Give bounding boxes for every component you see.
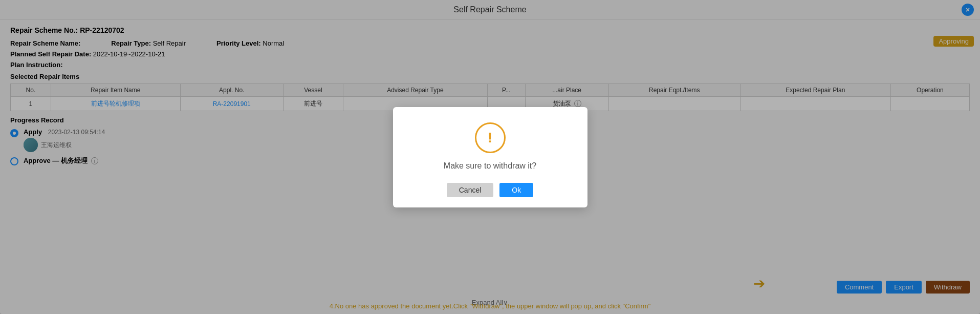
modal-warning-icon: ! [475, 122, 506, 153]
main-window: Self Repair Scheme × Approving Repair Sc… [0, 0, 980, 314]
modal-cancel-button[interactable]: Cancel [447, 183, 494, 197]
modal-message: Make sure to withdraw it? [403, 161, 577, 171]
modal-box: ! Make sure to withdraw it? Cancel Ok [393, 107, 587, 207]
modal-buttons: Cancel Ok [403, 183, 577, 197]
modal-ok-button[interactable]: Ok [499, 183, 533, 197]
modal-overlay: ! Make sure to withdraw it? Cancel Ok [0, 0, 980, 314]
